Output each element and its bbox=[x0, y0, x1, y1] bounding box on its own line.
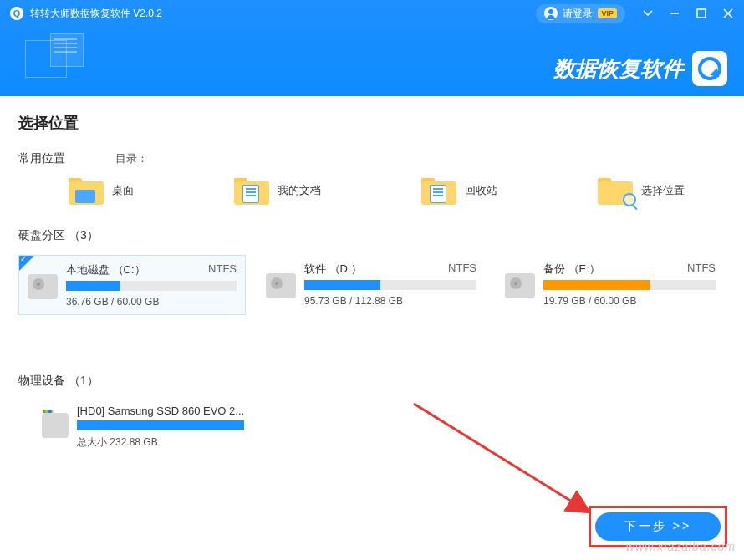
partition-name: 本地磁盘 （C:） bbox=[66, 262, 145, 277]
common-locations-label: 常用位置 bbox=[18, 151, 115, 166]
login-label: 请登录 bbox=[563, 7, 593, 21]
svg-rect-1 bbox=[697, 9, 706, 18]
partition-c[interactable]: 本地磁盘 （C:） NTFS 36.76 GB / 60.00 GB bbox=[18, 255, 246, 315]
disk-icon bbox=[28, 274, 58, 299]
folder-documents-icon bbox=[234, 176, 269, 205]
folder-browse-icon bbox=[598, 176, 633, 205]
disk-icon bbox=[266, 273, 296, 298]
location-browse[interactable]: 选择位置 bbox=[598, 176, 685, 205]
devices-title: 物理设备 （1） bbox=[18, 374, 726, 389]
device-bar bbox=[77, 420, 244, 430]
location-label: 我的文档 bbox=[278, 183, 321, 198]
main-content: 选择位置 常用位置 目录： 桌面 我的文档 回收站 bbox=[0, 96, 744, 504]
login-button[interactable]: 请登录 VIP bbox=[536, 4, 625, 23]
maximize-button[interactable] bbox=[696, 8, 707, 19]
partition-usage: 36.76 GB / 60.00 GB bbox=[66, 296, 237, 308]
common-locations-list: 桌面 我的文档 回收站 选择位置 bbox=[18, 176, 726, 205]
devices-list: [HD0] Samsung SSD 860 EVO 2... 总大小 232.8… bbox=[18, 400, 726, 454]
device-size: 总大小 232.88 GB bbox=[77, 435, 252, 450]
location-recyclebin[interactable]: 回收站 bbox=[421, 176, 497, 205]
partition-usage: 19.79 GB / 60.00 GB bbox=[543, 295, 716, 307]
partition-fs: NTFS bbox=[208, 262, 237, 277]
partition-e[interactable]: 备份 （E:） NTFS 19.79 GB / 60.00 GB bbox=[497, 255, 724, 315]
check-icon bbox=[19, 256, 34, 271]
ssd-icon bbox=[42, 413, 69, 438]
minimize-button[interactable] bbox=[669, 8, 680, 19]
location-desktop[interactable]: 桌面 bbox=[69, 176, 134, 205]
usage-bar bbox=[66, 281, 237, 291]
brand-area: 数据恢复软件 bbox=[553, 51, 727, 86]
app-title: 转转大师数据恢复软件 V2.0.2 bbox=[30, 7, 536, 21]
close-button[interactable] bbox=[722, 8, 734, 19]
header-decoration bbox=[25, 33, 100, 84]
titlebar: Q 转转大师数据恢复软件 V2.0.2 请登录 VIP bbox=[0, 0, 744, 27]
app-header: Q 转转大师数据恢复软件 V2.0.2 请登录 VIP 数据恢复软件 bbox=[0, 0, 744, 96]
partitions-list: 本地磁盘 （C:） NTFS 36.76 GB / 60.00 GB 软件 （D… bbox=[18, 255, 726, 315]
location-label: 回收站 bbox=[465, 183, 497, 198]
location-documents[interactable]: 我的文档 bbox=[234, 176, 321, 205]
next-button[interactable]: 下一步 >> bbox=[595, 512, 721, 541]
window-controls bbox=[642, 8, 734, 19]
partitions-title: 硬盘分区 （3） bbox=[18, 228, 726, 243]
page-title: 选择位置 bbox=[18, 113, 726, 133]
disk-icon bbox=[505, 273, 535, 298]
partition-d[interactable]: 软件 （D:） NTFS 95.73 GB / 112.88 GB bbox=[257, 255, 485, 315]
common-locations-header: 常用位置 目录： bbox=[18, 151, 726, 166]
app-logo-icon: Q bbox=[10, 7, 23, 20]
device-name: [HD0] Samsung SSD 860 EVO 2... bbox=[77, 405, 252, 417]
partition-fs: NTFS bbox=[687, 262, 716, 277]
brand-logo-icon bbox=[692, 51, 727, 86]
device-hd0[interactable]: [HD0] Samsung SSD 860 EVO 2... 总大小 232.8… bbox=[33, 400, 261, 454]
partition-fs: NTFS bbox=[448, 262, 476, 277]
usage-bar bbox=[543, 280, 716, 290]
brand-text: 数据恢复软件 bbox=[553, 54, 684, 84]
vip-badge: VIP bbox=[598, 8, 617, 18]
partition-usage: 95.73 GB / 112.88 GB bbox=[304, 295, 476, 307]
location-label: 选择位置 bbox=[641, 183, 685, 198]
watermark: www.xiazaiba.com bbox=[626, 540, 736, 553]
folder-recyclebin-icon bbox=[421, 176, 456, 205]
user-icon bbox=[544, 7, 558, 20]
directory-label: 目录： bbox=[115, 151, 148, 166]
usage-bar bbox=[304, 280, 476, 290]
partition-name: 备份 （E:） bbox=[543, 262, 600, 277]
dropdown-button[interactable] bbox=[642, 8, 654, 19]
folder-desktop-icon bbox=[69, 176, 104, 205]
partition-name: 软件 （D:） bbox=[304, 262, 362, 277]
location-label: 桌面 bbox=[112, 183, 134, 198]
